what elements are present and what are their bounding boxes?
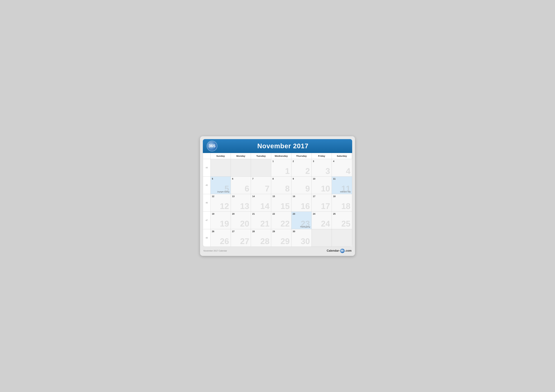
week-number-47: 47	[203, 212, 211, 229]
cal-cell-28[interactable]: 2828	[251, 229, 271, 247]
footer-brand-badge: 365	[340, 249, 345, 253]
week-number-44: 44	[203, 159, 211, 176]
logo-text: 365	[209, 143, 215, 149]
cal-cell-20[interactable]: 2020	[231, 212, 251, 229]
day-number: 20	[232, 213, 250, 215]
cal-cell-22[interactable]: 2222	[271, 212, 292, 229]
cal-cell-empty-0-1[interactable]	[231, 159, 251, 176]
day-bg-num: 24	[321, 220, 330, 228]
dow-cell-monday: Monday	[231, 153, 251, 159]
cal-cell-empty-0-2[interactable]	[251, 159, 271, 176]
footer-brand-prefix: Calendar-	[327, 249, 340, 252]
day-bg-num: 21	[260, 220, 270, 228]
day-bg-num: 15	[280, 202, 290, 210]
cal-cell-9[interactable]: 99	[292, 177, 312, 194]
dow-cell-wednesday: Wednesday	[271, 153, 292, 159]
dow-cell-tuesday: Tuesday	[251, 153, 271, 159]
day-number: 26	[212, 230, 229, 233]
cal-cell-16[interactable]: 1616	[292, 194, 312, 212]
event-label: Veterans' Day	[340, 191, 351, 193]
cal-cell-3[interactable]: 33	[312, 159, 332, 176]
logo-badge: 365	[207, 141, 217, 151]
cal-cell-12[interactable]: 1212	[211, 194, 231, 212]
day-bg-num: 28	[260, 237, 270, 245]
day-bg-num: 27	[240, 237, 249, 245]
cal-cell-8[interactable]: 88	[271, 177, 292, 194]
day-number: 21	[252, 213, 270, 215]
cal-cell-19[interactable]: 1919	[211, 212, 231, 229]
dow-cell-thursday: Thursday	[292, 153, 312, 159]
day-number: 19	[212, 213, 229, 215]
week-num-spacer	[203, 153, 211, 159]
day-number: 27	[232, 230, 250, 233]
cal-cell-14[interactable]: 1414	[251, 194, 271, 212]
cal-cell-empty-0-0[interactable]	[211, 159, 231, 176]
cal-cell-6[interactable]: 66	[231, 177, 251, 194]
day-number: 4	[333, 160, 351, 163]
day-bg-num: 6	[245, 185, 249, 193]
day-number: 3	[313, 160, 330, 163]
day-bg-num: 26	[220, 237, 229, 245]
cal-cell-13[interactable]: 1313	[231, 194, 251, 212]
cal-cell-29[interactable]: 2929	[271, 229, 292, 247]
cal-cell-24[interactable]: 2424	[312, 212, 332, 229]
cal-cell-10[interactable]: 1010	[312, 177, 332, 194]
day-bg-num: 13	[240, 202, 249, 210]
day-bg-num: 8	[285, 185, 290, 193]
day-number: 17	[313, 195, 330, 198]
cal-cell-21[interactable]: 2121	[251, 212, 271, 229]
day-number: 18	[333, 195, 351, 198]
day-bg-num: 12	[220, 202, 229, 210]
calendar-header: 365 November 2017	[203, 139, 352, 153]
cal-cell-11[interactable]: 1111Veterans' Day	[332, 177, 352, 194]
day-number: 29	[272, 230, 290, 233]
cal-week-47: 4719192020212122222323Thanksgiving242425…	[203, 212, 352, 229]
day-number: 12	[212, 195, 229, 198]
day-number: 8	[272, 178, 290, 180]
cal-cell-26[interactable]: 2626	[211, 229, 231, 247]
day-bg-num: 25	[341, 220, 351, 228]
cal-cell-30[interactable]: 3030	[292, 229, 312, 247]
day-number: 11	[333, 178, 351, 180]
calendar-title: November 2017	[217, 142, 348, 150]
day-bg-num: 22	[280, 220, 290, 228]
cal-cell-18[interactable]: 1818	[332, 194, 352, 212]
day-bg-num: 4	[346, 167, 351, 175]
day-number: 7	[252, 178, 270, 180]
day-bg-num: 7	[265, 185, 270, 193]
day-number: 25	[333, 213, 351, 215]
footer-brand-suffix: .com	[345, 249, 351, 252]
day-bg-num: 14	[260, 202, 270, 210]
cal-cell-7[interactable]: 77	[251, 177, 271, 194]
day-bg-num: 10	[321, 185, 330, 193]
cal-cell-23[interactable]: 2323Thanksgiving	[292, 212, 312, 229]
week-number-48: 48	[203, 229, 211, 247]
event-label: Daylight Saving	[217, 191, 229, 193]
cal-cell-2[interactable]: 22	[292, 159, 312, 176]
footer-brand: Calendar- 365 .com	[327, 249, 351, 253]
day-number: 9	[293, 178, 310, 180]
cal-week-46: 461212131314141515161617171818	[203, 194, 352, 212]
day-bg-num: 2	[305, 167, 310, 175]
day-number: 30	[293, 230, 310, 233]
day-bg-num: 1	[285, 167, 290, 175]
cal-cell-empty-4-6[interactable]	[332, 229, 352, 247]
cal-week-45: 4555Daylight Saving6677889910101111Veter…	[203, 176, 352, 194]
cal-week-44: 4411223344	[203, 159, 352, 176]
cal-cell-empty-4-5[interactable]	[312, 229, 332, 247]
cal-cell-5[interactable]: 55Daylight Saving	[211, 177, 231, 194]
cal-cell-25[interactable]: 2525	[332, 212, 352, 229]
cal-cell-4[interactable]: 44	[332, 159, 352, 176]
day-bg-num: 29	[280, 237, 290, 245]
day-bg-num: 19	[220, 220, 229, 228]
cal-week-48: 4826262727282829293030	[203, 229, 352, 247]
footer-caption: November 2017 Calendar	[204, 249, 227, 252]
cal-cell-27[interactable]: 2727	[231, 229, 251, 247]
cal-cell-15[interactable]: 1515	[271, 194, 292, 212]
day-number: 6	[232, 178, 250, 180]
day-bg-num: 3	[325, 167, 330, 175]
day-bg-num: 17	[321, 202, 330, 210]
cal-cell-17[interactable]: 1717	[312, 194, 332, 212]
day-number: 1	[272, 160, 290, 163]
cal-cell-1[interactable]: 11	[271, 159, 292, 176]
